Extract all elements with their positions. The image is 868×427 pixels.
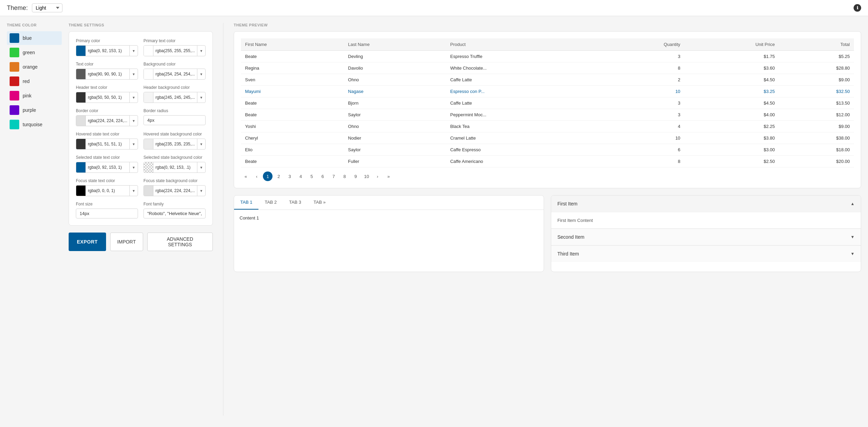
cell-6-4: $2.25 bbox=[684, 121, 779, 132]
color-item-blue[interactable]: blue bbox=[7, 31, 62, 45]
tab-header: TAB 1TAB 2TAB 3TAB » bbox=[234, 195, 544, 210]
color-dropdown-5[interactable]: ▼ bbox=[197, 92, 205, 103]
cell-1-5: $28.80 bbox=[779, 62, 854, 74]
page-last-button[interactable]: » bbox=[384, 171, 393, 181]
table-row: BeateBjornCaffe Latte3$4.50$13.50 bbox=[241, 97, 854, 109]
tab-item-1[interactable]: TAB 2 bbox=[258, 195, 283, 210]
color-dropdown-11[interactable]: ▼ bbox=[197, 162, 205, 173]
accordion-header-0[interactable]: First Item▲ bbox=[551, 195, 861, 212]
color-dropdown-12[interactable]: ▼ bbox=[129, 186, 138, 196]
color-input-3[interactable]: rgba(254, 254, 254,...▼ bbox=[143, 69, 206, 80]
color-input-6[interactable]: rgba(224, 224, 224,...▼ bbox=[76, 115, 138, 126]
text-input-15[interactable] bbox=[143, 209, 206, 218]
color-input-4[interactable]: rgba(50, 50, 50, 1)▼ bbox=[76, 92, 138, 103]
color-preview-11 bbox=[144, 162, 153, 173]
page-5-button[interactable]: 5 bbox=[307, 171, 316, 181]
cell-6-5: $9.00 bbox=[779, 121, 854, 132]
cell-4-5: $13.50 bbox=[779, 97, 854, 109]
page-6-button[interactable]: 6 bbox=[318, 171, 327, 181]
col-header-2: Product bbox=[446, 38, 599, 51]
color-item-orange[interactable]: orange bbox=[7, 60, 62, 74]
info-icon[interactable]: ℹ bbox=[854, 4, 861, 12]
cell-0-3: 3 bbox=[599, 51, 684, 62]
settings-field-5: Header background colorrgba(245, 245, 24… bbox=[143, 85, 206, 103]
accordion-header-2[interactable]: Third Item▼ bbox=[551, 246, 861, 262]
page-8-button[interactable]: 8 bbox=[340, 171, 349, 181]
color-input-10[interactable]: rgba(0, 92, 153, 1)▼ bbox=[76, 162, 138, 173]
color-input-0[interactable]: rgba(0, 92, 153, 1)▼ bbox=[76, 45, 138, 56]
page-first-button[interactable]: « bbox=[241, 171, 251, 181]
color-item-red[interactable]: red bbox=[7, 74, 62, 88]
color-dropdown-8[interactable]: ▼ bbox=[129, 139, 138, 149]
page-7-button[interactable]: 7 bbox=[329, 171, 338, 181]
page-3-button[interactable]: 3 bbox=[285, 171, 294, 181]
page-2-button[interactable]: 2 bbox=[274, 171, 283, 181]
green-swatch bbox=[10, 48, 19, 57]
page-9-button[interactable]: 9 bbox=[351, 171, 360, 181]
color-dropdown-4[interactable]: ▼ bbox=[129, 92, 138, 103]
settings-field-0: Primary colorrgba(0, 92, 153, 1)▼ bbox=[76, 38, 138, 56]
color-input-13[interactable]: rgba(224, 224, 224,...▼ bbox=[143, 185, 206, 196]
color-input-5[interactable]: rgba(245, 245, 245,...▼ bbox=[143, 92, 206, 103]
color-dropdown-6[interactable]: ▼ bbox=[129, 116, 138, 126]
cell-0-0: Beate bbox=[241, 51, 344, 62]
color-dropdown-1[interactable]: ▼ bbox=[197, 46, 205, 56]
accordion-item-0: First Item▲First Item Content bbox=[551, 195, 861, 229]
cell-2-2: Caffe Latte bbox=[446, 74, 599, 86]
text-input-14[interactable] bbox=[76, 209, 138, 218]
color-preview-2 bbox=[76, 69, 86, 79]
page-next-button[interactable]: › bbox=[373, 171, 382, 181]
tab-item-2[interactable]: TAB 3 bbox=[283, 195, 307, 210]
color-dropdown-10[interactable]: ▼ bbox=[129, 162, 138, 173]
settings-card: Primary colorrgba(0, 92, 153, 1)▼Primary… bbox=[69, 31, 213, 226]
color-input-11[interactable]: rgba(0, 92, 153, .1)▼ bbox=[143, 162, 206, 173]
page-1-button[interactable]: 1 bbox=[263, 171, 273, 181]
table-row: SvenOhnoCaffe Latte2$4.50$9.00 bbox=[241, 74, 854, 86]
cell-1-2: White Chocolate... bbox=[446, 62, 599, 74]
color-dropdown-13[interactable]: ▼ bbox=[197, 186, 205, 196]
theme-select[interactable]: Light Dark Custom bbox=[32, 3, 62, 12]
cell-2-3: 2 bbox=[599, 74, 684, 86]
col-header-0: First Name bbox=[241, 38, 344, 51]
color-dropdown-9[interactable]: ▼ bbox=[197, 139, 205, 149]
color-value-3: rgba(254, 254, 254,... bbox=[153, 72, 197, 76]
color-item-purple[interactable]: purple bbox=[7, 103, 62, 117]
field-label-12: Focus state text color bbox=[76, 178, 138, 183]
settings-field-15: Font family bbox=[143, 202, 206, 218]
cell-5-1: Saylor bbox=[344, 109, 446, 121]
field-label-8: Hovered state text color bbox=[76, 132, 138, 137]
page-prev-button[interactable]: ‹ bbox=[252, 171, 262, 181]
cell-0-5: $5.25 bbox=[779, 51, 854, 62]
color-item-green[interactable]: green bbox=[7, 46, 62, 59]
bottom-preview-row: TAB 1TAB 2TAB 3TAB » Content 1 First Ite… bbox=[234, 195, 861, 272]
color-input-12[interactable]: rgba(0, 0, 0, 1)▼ bbox=[76, 185, 138, 196]
advanced-settings-button[interactable]: ADVANCED SETTINGS bbox=[147, 233, 213, 251]
cell-0-2: Espresso Truffle bbox=[446, 51, 599, 62]
tab-item-3[interactable]: TAB » bbox=[308, 195, 332, 210]
color-value-5: rgba(245, 245, 245,... bbox=[153, 95, 197, 100]
color-dropdown-3[interactable]: ▼ bbox=[197, 69, 205, 79]
color-preview-5 bbox=[144, 92, 153, 103]
cell-6-2: Black Tea bbox=[446, 121, 599, 132]
field-label-3: Background color bbox=[143, 62, 206, 67]
color-input-8[interactable]: rgba(51, 51, 51, 1)▼ bbox=[76, 139, 138, 150]
page-10-button[interactable]: 10 bbox=[362, 171, 371, 181]
color-dropdown-2[interactable]: ▼ bbox=[129, 69, 138, 79]
text-input-7[interactable] bbox=[143, 115, 206, 125]
tab-item-0[interactable]: TAB 1 bbox=[234, 195, 258, 210]
color-input-2[interactable]: rgba(90, 90, 90, 1)▼ bbox=[76, 69, 138, 80]
page-4-button[interactable]: 4 bbox=[296, 171, 305, 181]
color-input-9[interactable]: rgba(235, 235, 235,...▼ bbox=[143, 139, 206, 150]
color-item-pink[interactable]: pink bbox=[7, 89, 62, 103]
color-dropdown-0[interactable]: ▼ bbox=[129, 46, 138, 56]
table-row: BeateSaylorPeppermint Moc...3$4.00$12.00 bbox=[241, 109, 854, 121]
accordion-header-1[interactable]: Second Item▼ bbox=[551, 229, 861, 245]
color-input-1[interactable]: rgba(255, 255, 255,...▼ bbox=[143, 45, 206, 56]
cell-4-0: Beate bbox=[241, 97, 344, 109]
color-item-turquoise[interactable]: turquoise bbox=[7, 118, 62, 131]
table-card: First NameLast NameProductQuantityUnit P… bbox=[234, 31, 861, 188]
export-button[interactable]: EXPORT bbox=[69, 233, 106, 251]
import-button[interactable]: IMPORT bbox=[110, 233, 143, 251]
theme-label: Theme: bbox=[7, 4, 28, 12]
field-label-10: Selected state text color bbox=[76, 155, 138, 160]
